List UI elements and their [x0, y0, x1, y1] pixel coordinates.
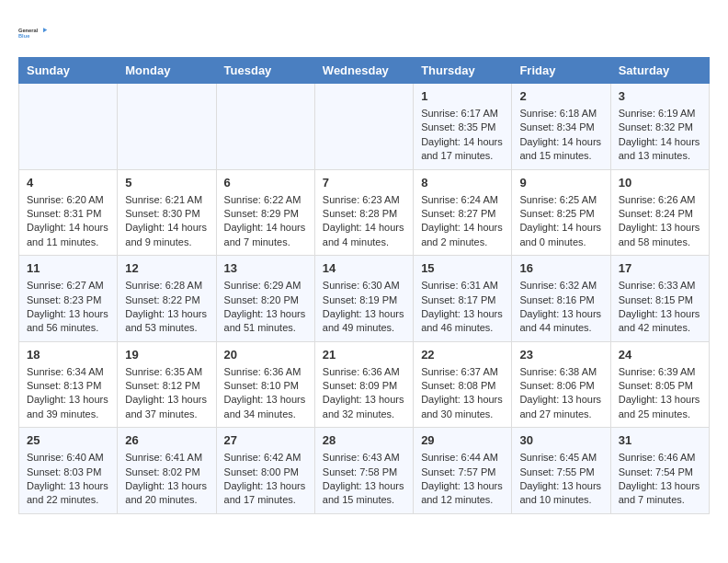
cell-info: and 42 minutes.	[619, 321, 701, 335]
cell-info: Daylight: 13 hours	[125, 307, 208, 321]
calendar-cell: 26Sunrise: 6:41 AMSunset: 8:02 PMDayligh…	[118, 428, 216, 514]
day-number: 8	[421, 176, 504, 190]
header-row: SundayMondayTuesdayWednesdayThursdayFrid…	[19, 58, 710, 84]
calendar-cell	[19, 84, 118, 170]
calendar-cell: 6Sunrise: 6:22 AMSunset: 8:29 PMDaylight…	[216, 169, 314, 256]
cell-info: Daylight: 14 hours	[619, 135, 701, 149]
cell-info: and 17 minutes.	[224, 493, 307, 507]
cell-info: Sunset: 8:17 PM	[421, 293, 504, 307]
cell-info: Sunrise: 6:23 AM	[323, 193, 405, 207]
week-row-2: 4Sunrise: 6:20 AMSunset: 8:31 PMDaylight…	[19, 169, 710, 256]
calendar-cell: 24Sunrise: 6:39 AMSunset: 8:05 PMDayligh…	[610, 341, 709, 428]
cell-info: Daylight: 13 hours	[125, 479, 208, 493]
calendar-cell: 23Sunrise: 6:38 AMSunset: 8:06 PMDayligh…	[512, 341, 610, 428]
col-header-friday: Friday	[512, 58, 610, 84]
calendar-cell: 13Sunrise: 6:29 AMSunset: 8:20 PMDayligh…	[216, 256, 314, 342]
cell-info: Sunset: 8:12 PM	[125, 379, 208, 393]
cell-info: Daylight: 13 hours	[125, 393, 208, 407]
calendar-cell: 2Sunrise: 6:18 AMSunset: 8:34 PMDaylight…	[512, 84, 610, 170]
calendar-cell	[118, 84, 216, 170]
cell-info: Sunrise: 6:27 AM	[27, 279, 109, 293]
calendar-cell: 11Sunrise: 6:27 AMSunset: 8:23 PMDayligh…	[19, 256, 118, 342]
day-number: 19	[125, 348, 208, 362]
page-header: GeneralBlue	[18, 18, 710, 48]
day-number: 6	[224, 176, 307, 190]
day-number: 1	[421, 89, 504, 103]
cell-info: Daylight: 13 hours	[27, 393, 109, 407]
col-header-wednesday: Wednesday	[314, 58, 413, 84]
cell-info: Sunrise: 6:40 AM	[27, 451, 109, 465]
cell-info: Sunrise: 6:31 AM	[421, 279, 504, 293]
cell-info: Sunrise: 6:17 AM	[421, 107, 504, 121]
cell-info: Sunset: 8:27 PM	[421, 207, 504, 221]
calendar-cell: 12Sunrise: 6:28 AMSunset: 8:22 PMDayligh…	[118, 256, 216, 342]
cell-info: and 0 minutes.	[519, 236, 602, 249]
calendar-cell: 31Sunrise: 6:46 AMSunset: 7:54 PMDayligh…	[610, 428, 709, 514]
cell-info: Sunset: 8:06 PM	[519, 379, 602, 393]
cell-info: Sunset: 8:23 PM	[27, 293, 109, 307]
cell-info: and 20 minutes.	[125, 493, 208, 507]
cell-info: and 51 minutes.	[224, 321, 307, 335]
calendar-cell: 27Sunrise: 6:42 AMSunset: 8:00 PMDayligh…	[216, 428, 314, 514]
cell-info: Daylight: 13 hours	[421, 479, 504, 493]
cell-info: Sunset: 8:20 PM	[224, 293, 307, 307]
cell-info: and 13 minutes.	[619, 149, 701, 163]
calendar-cell	[314, 84, 413, 170]
cell-info: Daylight: 14 hours	[519, 135, 602, 149]
calendar-cell: 29Sunrise: 6:44 AMSunset: 7:57 PMDayligh…	[414, 428, 512, 514]
cell-info: and 17 minutes.	[421, 149, 504, 163]
cell-info: Daylight: 13 hours	[224, 479, 307, 493]
svg-text:Blue: Blue	[18, 33, 29, 39]
day-number: 20	[224, 348, 307, 362]
cell-info: Sunset: 8:05 PM	[619, 379, 701, 393]
day-number: 10	[619, 176, 701, 190]
cell-info: Sunset: 8:22 PM	[125, 293, 208, 307]
cell-info: Daylight: 13 hours	[519, 307, 602, 321]
cell-info: Sunset: 8:19 PM	[323, 293, 405, 307]
cell-info: and 25 minutes.	[619, 408, 701, 421]
cell-info: Daylight: 14 hours	[27, 221, 109, 235]
cell-info: Sunset: 8:28 PM	[323, 207, 405, 221]
cell-info: Sunset: 8:02 PM	[125, 465, 208, 479]
cell-info: and 58 minutes.	[619, 236, 701, 249]
cell-info: Daylight: 13 hours	[619, 393, 701, 407]
cell-info: Sunset: 8:24 PM	[619, 207, 701, 221]
cell-info: Daylight: 13 hours	[323, 479, 405, 493]
day-number: 11	[27, 261, 109, 275]
cell-info: and 56 minutes.	[27, 321, 109, 335]
calendar-cell: 19Sunrise: 6:35 AMSunset: 8:12 PMDayligh…	[118, 341, 216, 428]
col-header-saturday: Saturday	[610, 58, 709, 84]
calendar-cell: 5Sunrise: 6:21 AMSunset: 8:30 PMDaylight…	[118, 169, 216, 256]
cell-info: Daylight: 13 hours	[619, 479, 701, 493]
cell-info: Sunset: 8:03 PM	[27, 465, 109, 479]
col-header-tuesday: Tuesday	[216, 58, 314, 84]
cell-info: and 4 minutes.	[323, 236, 405, 249]
cell-info: and 39 minutes.	[27, 408, 109, 421]
cell-info: Daylight: 14 hours	[224, 221, 307, 235]
col-header-sunday: Sunday	[19, 58, 118, 84]
day-number: 9	[519, 176, 602, 190]
cell-info: Daylight: 13 hours	[27, 479, 109, 493]
day-number: 3	[619, 89, 701, 103]
week-row-4: 18Sunrise: 6:34 AMSunset: 8:13 PMDayligh…	[19, 341, 710, 428]
cell-info: and 15 minutes.	[323, 493, 405, 507]
cell-info: and 10 minutes.	[519, 493, 602, 507]
calendar-header: SundayMondayTuesdayWednesdayThursdayFrid…	[19, 58, 710, 84]
cell-info: Sunrise: 6:46 AM	[619, 451, 701, 465]
cell-info: Daylight: 14 hours	[323, 221, 405, 235]
svg-text:General: General	[18, 28, 39, 33]
day-number: 5	[125, 176, 208, 190]
cell-info: and 9 minutes.	[125, 236, 208, 249]
cell-info: Sunrise: 6:32 AM	[519, 279, 602, 293]
cell-info: Sunset: 8:29 PM	[224, 207, 307, 221]
logo-icon: GeneralBlue	[18, 18, 48, 48]
cell-info: and 46 minutes.	[421, 321, 504, 335]
cell-info: Daylight: 13 hours	[27, 307, 109, 321]
calendar-cell: 4Sunrise: 6:20 AMSunset: 8:31 PMDaylight…	[19, 169, 118, 256]
week-row-5: 25Sunrise: 6:40 AMSunset: 8:03 PMDayligh…	[19, 428, 710, 514]
calendar-cell: 10Sunrise: 6:26 AMSunset: 8:24 PMDayligh…	[610, 169, 709, 256]
cell-info: Daylight: 14 hours	[519, 221, 602, 235]
cell-info: and 2 minutes.	[421, 236, 504, 249]
logo: GeneralBlue	[18, 18, 48, 48]
cell-info: and 22 minutes.	[27, 493, 109, 507]
